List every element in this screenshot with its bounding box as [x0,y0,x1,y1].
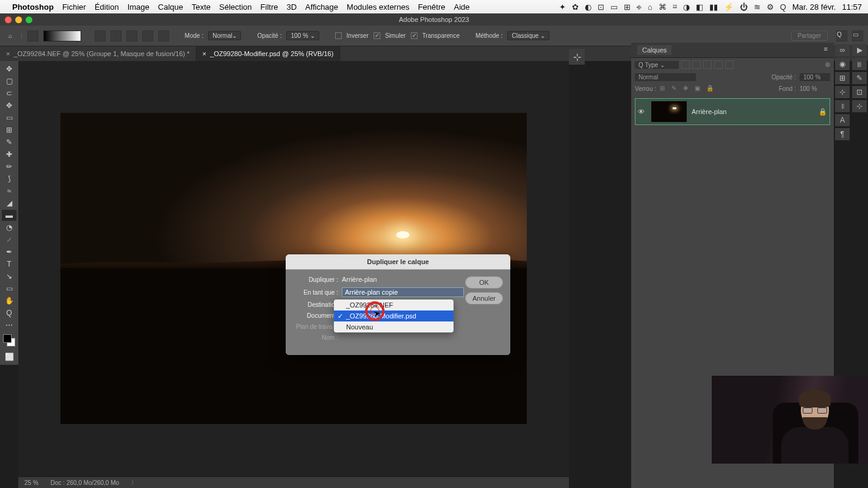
lasso-tool[interactable]: ⊂ [2,88,16,99]
healing-tool[interactable]: ✚ [2,149,16,160]
status-icon[interactable]: ▮▮ [709,2,718,12]
menu-aide[interactable]: Aide [454,2,469,12]
close-tab-icon[interactable]: × [203,50,206,57]
gradient-tool[interactable]: ▬ [2,210,16,221]
menu-selection[interactable]: Sélection [219,2,251,12]
lock-position-icon[interactable]: ✥ [683,85,691,93]
dropdown-option[interactable]: _OZ99284.NEF [334,300,454,310]
layer-type-filter[interactable]: Q Type ⌄ [635,61,679,69]
layers-tab[interactable]: Calques [637,45,671,55]
menu-fichier[interactable]: Fichier [62,2,86,12]
gradient-preview[interactable] [43,30,81,41]
filter-adjust-icon[interactable] [692,60,701,69]
brushes-icon[interactable]: ⊡ [852,86,867,98]
paragraph-icon[interactable]: ¶ [835,128,850,140]
status-icon[interactable]: ◑ [683,2,690,12]
menu-edition[interactable]: Édition [95,2,119,12]
move-tool[interactable]: ✥ [2,63,16,74]
lock-artboard-icon[interactable]: ▣ [695,85,703,93]
panel-menu-icon[interactable]: ≡ [824,45,828,55]
blur-tool[interactable]: ◔ [2,222,16,233]
status-icon[interactable]: ⊡ [598,2,604,12]
menubar-time[interactable]: 11:57 [842,2,862,12]
menu-calque[interactable]: Calque [158,2,183,12]
filter-toggle[interactable] [825,62,830,67]
menubar-date[interactable]: Mar. 28 févr. [792,2,836,12]
swatches-icon[interactable]: ⊞ [835,72,850,84]
actions-icon[interactable]: ▶ [852,44,867,56]
menu-3d[interactable]: 3D [286,2,297,12]
status-icon[interactable]: ▭ [610,2,618,12]
color-swatches[interactable] [3,334,15,346]
close-tab-icon[interactable]: × [6,50,10,57]
menu-modules[interactable]: Modules externes [347,2,410,12]
status-icon[interactable]: ✦ [559,2,566,12]
clone-icon[interactable]: ⊹ [852,100,867,112]
doc-tab-2[interactable]: × _OZ99280-Modifier.psd @ 25% (RVB/16) [197,46,341,61]
filter-type-icon[interactable] [703,60,712,69]
layer-opacity-input[interactable]: 100 % [800,73,830,81]
dropdown-option-selected[interactable]: ✓_OZ99280-Modifier.psd [334,310,454,321]
eraser-tool[interactable]: ◢ [2,198,16,209]
zoom-level[interactable]: 25 % [24,479,38,486]
color-icon[interactable]: ◉ [835,58,850,70]
gradient-angle-icon[interactable] [126,30,137,41]
pen-tool[interactable]: ✒ [2,246,16,257]
cancel-button[interactable]: Annuler [465,292,503,304]
frame-tool[interactable]: ⊞ [2,124,16,135]
selection-tool[interactable]: ✥ [2,100,16,111]
doc-info[interactable]: Doc : 260,0 Mo/260,0 Mo [51,479,119,486]
align-icon[interactable]: ⫴ [835,100,850,112]
history-brush-tool[interactable]: ≈ [2,185,16,196]
opacity-select[interactable]: 100 % ⌄ [286,31,319,40]
filter-pixel-icon[interactable] [681,60,690,69]
app-name[interactable]: Photoshop [12,2,54,12]
layer-fill-input[interactable]: 100 % [800,85,830,92]
chevron-right-icon[interactable]: 〉 [131,479,137,487]
transparence-checkbox[interactable] [411,32,418,39]
status-icon[interactable]: ⌗ [673,2,677,12]
type-tool[interactable]: T [2,259,16,270]
dodge-tool[interactable]: ⟋ [2,234,16,245]
doc-tab-1[interactable]: × _OZ99284.NEF @ 25% (Groupe 1, Masque d… [0,46,197,61]
collapsed-panel-icon[interactable]: ⊹ [569,49,585,65]
visibility-icon[interactable]: 👁 [638,108,646,115]
status-icon[interactable]: ⌘ [659,2,667,12]
home-icon[interactable]: ⌂ [5,30,16,41]
workspace-icon[interactable]: ▭ [852,30,863,41]
bluetooth-icon[interactable]: ⚡ [724,2,734,12]
layer-row[interactable]: 👁 Arrière-plan 🔒 [635,98,830,125]
status-icon[interactable]: ⊞ [624,2,631,12]
path-tool[interactable]: ↘ [2,271,16,282]
menu-texte[interactable]: Texte [192,2,211,12]
status-icon[interactable]: ⌂ [648,2,653,12]
search-icon[interactable]: Q [780,2,786,12]
share-button[interactable]: Partager [791,30,828,41]
battery-icon[interactable]: ⏻ [740,2,748,12]
status-icon[interactable]: ⎆ [637,2,642,12]
lock-transparency-icon[interactable]: ⊞ [660,85,668,93]
layer-thumbnail[interactable] [651,101,687,122]
lock-all-icon[interactable]: 🔒 [706,85,714,93]
chain-icon[interactable]: ∞ [835,44,850,56]
control-center-icon[interactable]: ⚙ [767,2,774,12]
gradient-linear-icon[interactable] [95,30,106,41]
brush-settings-icon[interactable]: ✎ [852,72,867,84]
dropdown-option[interactable]: Nouveau [334,321,454,332]
text-icon[interactable]: A [835,114,850,126]
gradient-reflected-icon[interactable] [142,30,153,41]
crop-tool[interactable]: ▭ [2,112,16,123]
adjustments-icon[interactable]: ⊹ [835,86,850,98]
lock-pixels-icon[interactable]: ✎ [671,85,679,93]
hand-tool[interactable]: ✋ [2,295,16,306]
gradient-diamond-icon[interactable] [158,30,169,41]
brush-tool[interactable]: ✏ [2,161,16,172]
gradient-radial-icon[interactable] [110,30,121,41]
menu-image[interactable]: Image [128,2,150,12]
status-icon[interactable]: ◧ [696,2,703,12]
ok-button[interactable]: OK [465,276,503,289]
blend-mode-select[interactable]: Normal [635,73,696,81]
search-icon[interactable]: Q [836,30,847,41]
menu-fenetre[interactable]: Fenêtre [418,2,446,12]
lock-icon[interactable]: 🔒 [819,108,827,116]
